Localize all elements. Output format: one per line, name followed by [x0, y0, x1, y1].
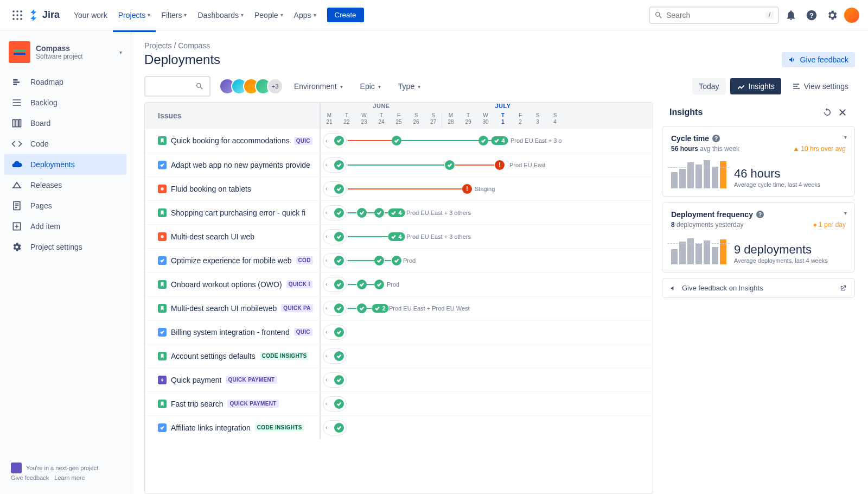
deploy-success-icon[interactable] — [357, 208, 367, 218]
issue-row[interactable]: Shopping cart purchasing error - quick f… — [145, 200, 653, 224]
search-input[interactable] — [666, 11, 762, 20]
filter-type[interactable]: Type ▾ — [396, 79, 423, 94]
deploy-count-badge[interactable]: 2 — [372, 304, 388, 313]
deploy-count-badge[interactable]: 4 — [388, 208, 405, 217]
sidebar-item-roadmap[interactable]: Roadmap — [4, 72, 126, 92]
bar — [720, 239, 726, 264]
svg-point-8 — [20, 18, 22, 20]
nav-projects[interactable]: Projects ▾ — [113, 8, 156, 23]
issue-row[interactable]: Quick booking for accommodationsQUIC‹4Pr… — [145, 129, 653, 153]
expand-pill[interactable]: ‹ — [323, 277, 347, 292]
sidebar-item-deployments[interactable]: Deployments — [4, 154, 126, 175]
deploy-error-icon[interactable]: ! — [495, 160, 505, 170]
nav-your-work[interactable]: Your work — [68, 8, 113, 23]
create-button[interactable]: Create — [327, 8, 364, 22]
day-header: S26 — [407, 112, 425, 128]
filter-environment[interactable]: Environment ▾ — [292, 79, 345, 94]
sidebar-item-board[interactable]: Board — [4, 113, 126, 134]
issue-row[interactable]: Adapt web app no new payments provide‹!P… — [145, 153, 653, 176]
issue-search[interactable] — [144, 76, 210, 97]
deploy-success-icon[interactable] — [392, 136, 401, 145]
footer-learn-link[interactable]: Learn more — [54, 474, 85, 481]
sliders-icon — [792, 82, 801, 91]
filter-epic[interactable]: Epic ▾ — [358, 79, 383, 94]
deploy-success-icon[interactable] — [374, 208, 384, 218]
user-avatar[interactable] — [844, 8, 859, 23]
issue-row[interactable]: Affiliate links integrationCODE INSIGHTS… — [145, 415, 653, 439]
project-selector[interactable]: Compass Software project ▾ — [4, 41, 126, 72]
notifications-icon[interactable] — [782, 7, 800, 24]
help-icon[interactable]: ? — [712, 135, 720, 142]
nav-dashboards[interactable]: Dashboards ▾ — [192, 8, 249, 23]
expand-pill[interactable]: ‹ — [323, 420, 347, 435]
issue-row[interactable]: Onboard workout options (OWO)QUICK I‹Pro… — [145, 272, 653, 296]
chevron-down-icon[interactable]: ▾ — [844, 210, 847, 216]
deploy-success-icon[interactable] — [374, 256, 384, 265]
view-settings-button[interactable]: View settings — [786, 78, 855, 94]
close-icon[interactable] — [838, 107, 847, 117]
day-header: F25 — [390, 112, 407, 128]
sidebar-icon — [11, 138, 23, 150]
expand-pill[interactable]: ‹ — [323, 372, 347, 388]
avatar-more[interactable]: +3 — [267, 78, 283, 94]
issue-row[interactable]: Fast trip searchQUICK PAYMENT‹ — [145, 391, 653, 415]
global-search[interactable]: / — [649, 7, 779, 24]
breadcrumb[interactable]: Projects / Compass — [144, 41, 855, 50]
issue-row[interactable]: Quick paymentQUICK PAYMENT‹ — [145, 368, 653, 391]
nav-apps[interactable]: Apps ▾ — [289, 8, 322, 23]
issue-tag: CODE INSIGHTS — [255, 423, 304, 432]
expand-pill[interactable]: ‹ — [323, 157, 347, 173]
expand-pill[interactable]: ‹ — [323, 396, 347, 411]
today-button[interactable]: Today — [692, 78, 725, 94]
sidebar-item-backlog[interactable]: Backlog — [4, 92, 126, 113]
deploy-success-icon[interactable] — [478, 136, 488, 145]
timeline-cell: ‹ — [321, 368, 653, 391]
deploy-success-icon[interactable] — [392, 256, 401, 265]
settings-icon[interactable] — [824, 7, 841, 24]
refresh-icon[interactable] — [822, 107, 832, 117]
insights-feedback-link[interactable]: Give feedback on Insights — [662, 278, 855, 298]
sidebar-item-add-item[interactable]: Add item — [4, 216, 126, 237]
issue-row[interactable]: Multi-dest search UI mobilewebQUICK PA‹2… — [145, 296, 653, 320]
insights-button[interactable]: Insights — [730, 78, 781, 94]
sidebar-item-project-settings[interactable]: Project settings — [4, 237, 126, 257]
app-switcher-icon[interactable] — [9, 7, 26, 24]
expand-pill[interactable]: ‹ — [323, 205, 347, 220]
expand-pill[interactable]: ‹ — [323, 229, 347, 244]
deploy-success-icon[interactable] — [374, 280, 384, 289]
deploy-count-badge[interactable]: 4 — [388, 232, 405, 241]
assignee-filter[interactable]: +3 — [219, 78, 283, 94]
expand-pill[interactable]: ‹ — [323, 133, 347, 148]
issue-row[interactable]: Optimize experience for mobile webCOD‹Pr… — [145, 248, 653, 272]
deploy-count-badge[interactable]: 4 — [491, 136, 508, 145]
expand-pill[interactable]: ‹ — [323, 349, 347, 364]
issue-row[interactable]: Fluid booking on tablets‹!Staging — [145, 176, 653, 200]
svg-point-17 — [796, 86, 797, 87]
help-icon[interactable]: ? — [803, 7, 820, 24]
issue-row[interactable]: Multi-dest search UI web‹4Prod EU East +… — [145, 224, 653, 248]
footer-feedback-link[interactable]: Give feedback — [11, 474, 49, 481]
sidebar-item-releases[interactable]: Releases — [4, 175, 126, 195]
nav-filters[interactable]: Filters ▾ — [156, 8, 192, 23]
deploy-error-icon[interactable]: ! — [462, 184, 472, 194]
expand-pill[interactable]: ‹ — [323, 253, 347, 268]
cycle-average: 46 hours — [734, 167, 820, 181]
issue-row[interactable]: Account settings defaultsCODE INSIGHTS‹ — [145, 344, 653, 368]
expand-pill[interactable]: ‹ — [323, 181, 347, 197]
help-icon[interactable]: ? — [756, 211, 764, 218]
jira-logo[interactable]: Jira — [28, 9, 60, 21]
deploy-success-icon[interactable] — [445, 160, 455, 170]
sidebar-item-pages[interactable]: Pages — [4, 195, 126, 216]
expand-pill[interactable]: ‹ — [323, 301, 347, 316]
nav-people[interactable]: People ▾ — [249, 8, 289, 23]
deploy-success-icon[interactable] — [357, 303, 367, 313]
sidebar-item-code[interactable]: Code — [4, 134, 126, 154]
expand-pill[interactable]: ‹ — [323, 325, 347, 340]
issue-row[interactable]: Billing system integration - frontendQUI… — [145, 320, 653, 344]
svg-point-2 — [20, 10, 22, 12]
deploy-success-icon[interactable] — [357, 280, 367, 289]
give-feedback-button[interactable]: Give feedback — [782, 52, 856, 67]
megaphone-icon — [788, 55, 797, 64]
chevron-down-icon[interactable]: ▾ — [844, 134, 847, 140]
story-icon — [158, 280, 167, 289]
